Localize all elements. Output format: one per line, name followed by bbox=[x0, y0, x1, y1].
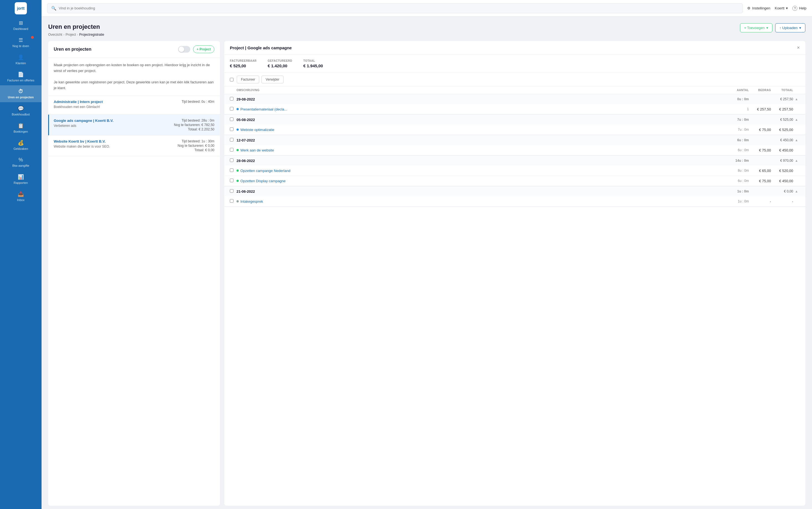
select-all-checkbox[interactable] bbox=[230, 78, 233, 81]
status-dot bbox=[237, 200, 239, 202]
collapse-button[interactable]: ▲ bbox=[793, 97, 800, 101]
project-item-admin[interactable]: Administratie | Intern project Boekhoude… bbox=[48, 96, 220, 115]
date-row: 21-06-2022 1u : 0m € 0,00 ▲ bbox=[224, 186, 805, 196]
upload-button[interactable]: ↑ Uploaden ▾ bbox=[775, 23, 805, 32]
sidebar-item-label: Boekhoudbot bbox=[12, 113, 30, 116]
project-item-google-ads[interactable]: Google ads campagne | Koertt B.V. Verbet… bbox=[48, 115, 220, 135]
date-hours: 6u : 0m bbox=[727, 138, 749, 142]
collapse-button[interactable]: ▲ bbox=[793, 159, 800, 163]
collapse-button[interactable]: ▲ bbox=[793, 118, 800, 122]
entry-checkbox[interactable] bbox=[230, 127, 233, 131]
add-button[interactable]: + Toevoegen ▾ bbox=[740, 23, 773, 32]
entry-name[interactable]: Opzetten campange Nederland bbox=[237, 169, 727, 173]
toggle-thumb bbox=[179, 46, 184, 52]
entry-checkbox[interactable] bbox=[230, 107, 233, 110]
col-totaal: TOTAAL bbox=[771, 89, 793, 92]
entry-name[interactable]: Opzetten Display campagne bbox=[237, 179, 727, 183]
entry-aantal: 1 bbox=[727, 107, 749, 111]
inbox-icon: 📥 bbox=[18, 191, 24, 197]
entry-name[interactable]: Intakegesprek bbox=[237, 199, 727, 204]
entry-totaal: € 525,00 bbox=[771, 128, 793, 132]
breadcrumb-overzicht[interactable]: Overzicht bbox=[48, 33, 62, 37]
date-group-checkbox[interactable] bbox=[230, 97, 233, 101]
help-button[interactable]: ? Help bbox=[792, 6, 807, 11]
sidebar-item-facturen[interactable]: 📄 Facturen en offertes bbox=[0, 68, 41, 85]
settings-button[interactable]: ⚙ Instellingen bbox=[747, 6, 771, 10]
search-bar[interactable]: 🔍 bbox=[47, 3, 743, 13]
collapse-button[interactable]: ▲ bbox=[793, 190, 800, 193]
project-name[interactable]: Administratie | Intern project bbox=[54, 100, 103, 104]
entry-checkbox[interactable] bbox=[230, 148, 233, 151]
page-title-area: Uren en projecten Overzicht › Project › … bbox=[48, 23, 104, 37]
project-nog-te-factureren: Nog te factureren: € 782,50 bbox=[174, 123, 214, 127]
sidebar-item-boekingen[interactable]: 📋 Boekingen bbox=[0, 120, 41, 137]
entry-name[interactable]: Werk aan de website bbox=[237, 148, 727, 152]
entry-totaal: - bbox=[771, 199, 793, 204]
left-panel-header: Uren en projecten + Project bbox=[48, 41, 220, 58]
user-menu-button[interactable]: Koertt ▾ bbox=[775, 6, 788, 10]
entry-bedrag: € 75,00 bbox=[749, 128, 771, 132]
col-aantal: AANTAL bbox=[727, 89, 749, 92]
entry-aantal: 1u : 0m bbox=[727, 199, 749, 203]
entry-checkbox[interactable] bbox=[230, 199, 233, 203]
date-totaal: € 450,00 bbox=[771, 138, 793, 142]
verwijder-button[interactable]: Verwijder bbox=[262, 76, 283, 83]
entry-name[interactable]: Webiste optimalizatie bbox=[237, 128, 727, 132]
sidebar-item-geldzaken[interactable]: 💰 Geldzaken bbox=[0, 137, 41, 154]
sidebar-item-rapporten[interactable]: 📊 Rapporten bbox=[0, 171, 41, 188]
project-totaal: Totaal: € 0,00 bbox=[194, 148, 214, 152]
factureer-button[interactable]: Factureer bbox=[237, 76, 259, 83]
right-panel: Project | Google ads campagne × FACTUREE… bbox=[224, 41, 805, 506]
left-panel: Uren en projecten + Project Maak project… bbox=[48, 41, 220, 506]
app-logo: jortt bbox=[15, 2, 27, 14]
search-input[interactable] bbox=[59, 6, 739, 10]
breadcrumb-projectregistratie[interactable]: Projectregistratie bbox=[79, 33, 104, 37]
entry-checkbox[interactable] bbox=[230, 179, 233, 182]
topbar-right: ⚙ Instellingen Koertt ▾ ? Help bbox=[747, 6, 807, 11]
summary-bar: FACTUREERBAAR € 525,00 GEFACTUREERD € 1.… bbox=[224, 55, 805, 73]
entry-row: Presentatiemateriaal (decla... 1 € 257,5… bbox=[224, 104, 805, 114]
col-omschrijving: OMSCHRIJVING bbox=[237, 89, 727, 92]
close-button[interactable]: × bbox=[797, 45, 800, 51]
chevron-down-icon: ▾ bbox=[766, 26, 768, 30]
status-dot bbox=[237, 169, 239, 172]
date-label: 05-08-2022 bbox=[237, 118, 727, 122]
entry-totaal: € 520,00 bbox=[771, 169, 793, 173]
project-tijd: Tijd besteed: 28u : 0m bbox=[182, 118, 214, 123]
toggle-switch[interactable] bbox=[178, 46, 190, 53]
date-group-checkbox[interactable] bbox=[230, 117, 233, 121]
entry-bedrag: € 65,00 bbox=[749, 169, 771, 173]
sidebar-item-klanten[interactable]: 👤 Klanten bbox=[0, 51, 41, 68]
sidebar-item-nog-te-doen[interactable]: ☰ Nog te doen bbox=[0, 34, 41, 51]
entry-name[interactable]: Presentatiemateriaal (decla... bbox=[237, 107, 727, 111]
entry-bedrag: € 75,00 bbox=[749, 179, 771, 183]
sidebar-item-inbox[interactable]: 📥 Inbox bbox=[0, 188, 41, 205]
date-group-checkbox[interactable] bbox=[230, 189, 233, 193]
sidebar-item-boekhoudbot[interactable]: 💬 Boekhoudbot bbox=[0, 102, 41, 120]
sidebar-item-btw[interactable]: % Btw-aangifte bbox=[0, 154, 41, 171]
date-group: 05-08-2022 7u : 0m € 525,00 ▲ Webiste op… bbox=[224, 115, 805, 135]
project-name[interactable]: Website Koertt bv | Koertt B.V. bbox=[54, 139, 110, 143]
date-totaal: € 525,00 bbox=[771, 118, 793, 122]
entry-aantal: 6u : 0m bbox=[727, 148, 749, 152]
left-panel-description: Maak projecten om opbrengsten en kosten … bbox=[48, 58, 220, 96]
sidebar-item-uren-projecten[interactable]: ⏱ Uren en projecten bbox=[0, 85, 41, 102]
status-dot bbox=[237, 149, 239, 151]
new-project-button[interactable]: + Project bbox=[193, 45, 214, 53]
sidebar-item-label: Facturen en offertes bbox=[7, 79, 34, 82]
date-label: 29-08-2022 bbox=[237, 97, 727, 101]
header-actions: + Toevoegen ▾ ↑ Uploaden ▾ bbox=[740, 23, 805, 32]
logo-area: jortt bbox=[0, 0, 41, 16]
project-name[interactable]: Google ads campagne | Koertt B.V. bbox=[54, 118, 113, 123]
entry-checkbox[interactable] bbox=[230, 168, 233, 172]
breadcrumb-project[interactable]: Project bbox=[66, 33, 76, 37]
right-panel-title: Project | Google ads campagne bbox=[230, 45, 292, 50]
date-group: 12-07-2022 6u : 0m € 450,00 ▲ Werk aan d… bbox=[224, 135, 805, 156]
project-row: Website Koertt bv | Koertt B.V. Website … bbox=[54, 139, 214, 152]
sidebar-item-dashboard[interactable]: ⊞ Dashboard bbox=[0, 16, 41, 34]
project-item-website[interactable]: Website Koertt bv | Koertt B.V. Website … bbox=[48, 135, 220, 156]
date-group-checkbox[interactable] bbox=[230, 138, 233, 141]
project-totaal: Totaal: € 2.202,50 bbox=[188, 127, 214, 131]
date-group-checkbox[interactable] bbox=[230, 159, 233, 162]
collapse-button[interactable]: ▲ bbox=[793, 138, 800, 142]
